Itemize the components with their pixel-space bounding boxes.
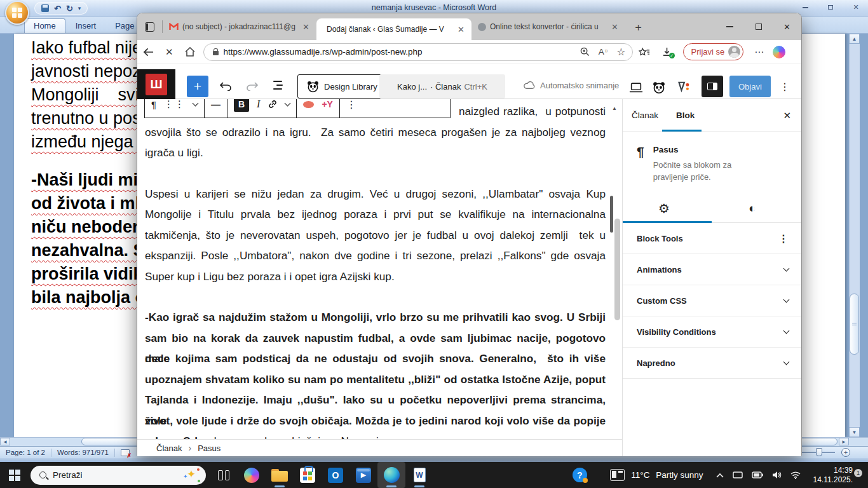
word-scroll-up-icon[interactable]: ▲ bbox=[849, 34, 860, 44]
panel-napredno[interactable]: Napredno bbox=[623, 348, 801, 379]
content-scroll-up-icon[interactable]: ▲ bbox=[612, 105, 617, 111]
site-icon-button[interactable]: Ш bbox=[137, 69, 175, 99]
publish-button[interactable]: Objavi bbox=[729, 76, 771, 97]
browser-menu-icon[interactable]: ⋯ bbox=[754, 46, 764, 58]
tab-close-icon[interactable]: ✕ bbox=[609, 22, 620, 32]
qat-customize-icon[interactable]: ▾ bbox=[78, 5, 81, 11]
tab-article[interactable]: Članak bbox=[623, 99, 667, 132]
word-scroll-left-icon[interactable]: ◄ bbox=[0, 438, 10, 445]
editor-canvas[interactable]: ¶ ⋮⋮ — B I bbox=[137, 99, 622, 439]
zoom-slider-handle[interactable] bbox=[816, 448, 822, 456]
cast-screen-icon[interactable] bbox=[733, 471, 743, 479]
close-sidebar-icon[interactable]: ✕ bbox=[783, 110, 791, 121]
undo-icon[interactable] bbox=[215, 76, 236, 97]
post-content[interactable]: naizgled razlika, u potpunosti osvojila … bbox=[145, 99, 606, 439]
downloads-icon[interactable]: ✓ bbox=[662, 47, 672, 57]
paragraph-block-selected[interactable]: -Kao igrač sa najdužim stažom u Mongolij… bbox=[145, 307, 606, 439]
paragraph-block[interactable]: Uspesi u karijeri se nižu jedan za drugi… bbox=[145, 184, 606, 287]
battery-icon[interactable] bbox=[752, 471, 763, 478]
block-options-icon[interactable]: ⋮ bbox=[346, 99, 356, 111]
word-vscrollbar[interactable] bbox=[849, 34, 860, 437]
office-button[interactable] bbox=[5, 1, 29, 25]
document-title-button[interactable]: Kako j... · Članak Ctrl+K bbox=[379, 74, 505, 98]
settings-sidebar-toggle[interactable] bbox=[702, 76, 723, 97]
panel-options-icon[interactable]: ⋮ bbox=[778, 233, 789, 245]
ribbon-tab-insert[interactable]: Insert bbox=[67, 19, 105, 33]
taskbar-search[interactable]: Pretraži ✦✦ bbox=[31, 466, 206, 485]
word-scroll-right-icon[interactable]: ► bbox=[839, 438, 849, 445]
ribbon-tab-home[interactable]: Home bbox=[24, 18, 65, 33]
favorite-star-icon[interactable]: ☆ bbox=[616, 46, 625, 58]
back-icon[interactable] bbox=[143, 48, 154, 57]
tab-block[interactable]: Blok bbox=[667, 99, 703, 132]
panel-block-tools[interactable]: Block Tools ⋮ bbox=[623, 223, 801, 254]
align-icon[interactable]: — bbox=[211, 99, 220, 110]
word-word-count[interactable]: Words: 971/971 bbox=[51, 449, 115, 457]
tab-close-icon[interactable]: ✕ bbox=[301, 22, 311, 32]
read-aloud-icon[interactable]: A⁾⁾ bbox=[599, 47, 607, 57]
browser-tab-gmail[interactable]: (no subject) - jokadrazinac111@g ✕ bbox=[163, 13, 316, 40]
weather-widget[interactable]: 11°C Partly sunny bbox=[610, 469, 703, 481]
word-scroll-down-icon[interactable]: ▼ bbox=[849, 427, 860, 437]
paragraph-block-icon[interactable]: ¶ bbox=[151, 99, 156, 110]
sidebar-scrollbar-thumb[interactable] bbox=[614, 219, 620, 320]
highlight-color-icon[interactable] bbox=[303, 101, 314, 108]
word-page-indicator[interactable]: Page: 1 of 2 bbox=[0, 449, 51, 457]
taskbar-edge-button[interactable] bbox=[377, 462, 405, 488]
taskbar-copilot-button[interactable] bbox=[238, 462, 266, 488]
drag-handle-icon[interactable]: ⋮⋮ bbox=[164, 99, 186, 110]
start-button[interactable] bbox=[9, 470, 20, 481]
word-restore-button[interactable] bbox=[822, 3, 839, 12]
styles-icon[interactable]: ◐ bbox=[749, 201, 756, 215]
wifi-icon[interactable] bbox=[790, 471, 801, 479]
taskbar-store-button[interactable] bbox=[294, 462, 322, 488]
address-bar[interactable]: https://www.glassumadije.rs/wp-admin/pos… bbox=[203, 43, 633, 61]
browser-minimize-button[interactable] bbox=[715, 13, 744, 40]
taskbar-outlook-button[interactable]: O bbox=[322, 462, 349, 488]
editor-options-icon[interactable]: ⋮ bbox=[774, 76, 796, 97]
tab-actions-icon[interactable] bbox=[145, 22, 154, 32]
word-vscroll-thumb[interactable] bbox=[850, 294, 859, 355]
home-icon[interactable] bbox=[185, 47, 195, 57]
new-tab-icon[interactable]: ＋ bbox=[625, 20, 651, 34]
link-icon[interactable] bbox=[268, 99, 278, 109]
browser-maximize-button[interactable] bbox=[744, 13, 773, 40]
save-icon[interactable] bbox=[41, 4, 49, 12]
bold-button[interactable]: B bbox=[234, 99, 249, 112]
breadcrumb-current[interactable]: Pasus bbox=[198, 444, 220, 453]
taskbar-films-button[interactable]: ▶ bbox=[349, 462, 377, 488]
undo-icon[interactable]: ↶ bbox=[54, 4, 61, 13]
help-tray-button[interactable]: ? bbox=[566, 462, 593, 488]
word-minimize-button[interactable] bbox=[797, 3, 813, 12]
word-close-button[interactable]: ✕ bbox=[848, 3, 864, 12]
settings-gear-icon[interactable]: ⚙ bbox=[658, 201, 670, 216]
redo-icon[interactable] bbox=[241, 76, 263, 97]
speaker-icon[interactable] bbox=[772, 471, 782, 479]
panel-custom-css[interactable]: Custom CSS bbox=[623, 285, 801, 316]
panel-animations[interactable]: Animations bbox=[623, 254, 801, 285]
browser-close-button[interactable]: ✕ bbox=[773, 13, 801, 40]
spellcheck-status[interactable] bbox=[115, 449, 135, 457]
redo-icon[interactable]: ↻ bbox=[66, 4, 73, 13]
preview-icon[interactable] bbox=[628, 79, 644, 96]
taskbar-clock[interactable]: 14:39 14.11.2025. bbox=[813, 466, 853, 485]
panda-plugin-icon[interactable] bbox=[651, 79, 667, 96]
browser-tab-wordpress-active[interactable]: Dodaj članak ‹ Glas Šumadije — V ✕ bbox=[316, 18, 471, 40]
panel-visibility-conditions[interactable]: Visibility Conditions bbox=[623, 316, 801, 348]
block-move-icon[interactable] bbox=[193, 100, 199, 107]
taskbar-explorer-button[interactable] bbox=[266, 462, 294, 488]
tab-close-icon[interactable]: ✕ bbox=[456, 25, 466, 34]
content-scrollbar-thumb[interactable] bbox=[610, 196, 613, 233]
more-formats-icon[interactable] bbox=[285, 100, 291, 107]
breadcrumb-root[interactable]: Članak bbox=[156, 444, 182, 453]
copilot-icon[interactable] bbox=[773, 46, 785, 58]
browser-tab-converter[interactable]: Online tekst konvertor - ćirilica u ✕ bbox=[471, 13, 625, 40]
signin-button[interactable]: Prijavi se bbox=[683, 43, 744, 60]
italic-button[interactable]: I bbox=[257, 99, 260, 110]
zoom-in-icon[interactable]: + bbox=[841, 448, 850, 457]
show-hidden-icons-chevron[interactable] bbox=[716, 473, 724, 478]
zoom-page-icon[interactable] bbox=[580, 47, 590, 57]
block-inserter-button[interactable]: + bbox=[187, 76, 208, 97]
design-library-button[interactable]: Design Library bbox=[297, 74, 387, 98]
plugin-format-icon[interactable]: +Y bbox=[322, 99, 333, 109]
